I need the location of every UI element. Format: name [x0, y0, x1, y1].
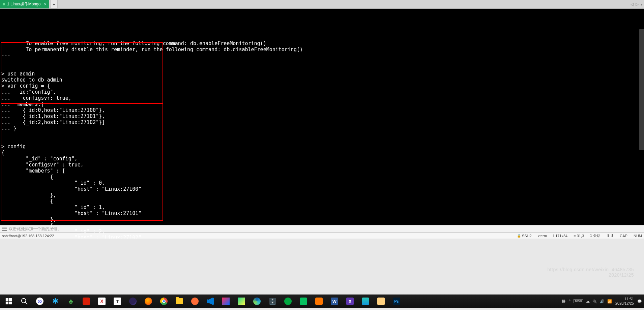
tray-chevron-up-icon[interactable]: ˄	[569, 299, 571, 304]
taskbar-app-wps-x[interactable]: X	[343, 295, 357, 307]
terminal-line: "_id" : 0,	[0, 180, 644, 186]
svg-rect-3	[9, 302, 12, 304]
desktop-gap: https://blog.csdn.net/weixin_46485735 20…	[0, 239, 644, 294]
taskbar-app-wps-w[interactable]: W	[327, 295, 342, 307]
terminal-line: "configsvr" : true,	[0, 162, 644, 168]
taskbar-app-postman[interactable]	[187, 295, 202, 307]
svg-rect-0	[6, 298, 8, 301]
terminal-line: ... {_id:2,host:"Linux:27102"}]	[0, 119, 644, 125]
tray-cloud-icon[interactable]: ☁	[586, 299, 590, 304]
terminal-line: To permanently disable this reminder, ru…	[0, 46, 644, 53]
terminal-line: ---	[0, 53, 644, 59]
terminal-line: > config	[0, 144, 644, 150]
windows-taskbar: ∞ ✱ ♣ X T 🗄️ W X Ps 拼 ˄ 100% ☁ 🔌 🔊 📶 11:…	[0, 294, 644, 308]
taskbar-app-chrome[interactable]	[156, 295, 171, 307]
taskbar-app-xshell[interactable]: X	[94, 295, 109, 307]
terminal-line: switched to db admin	[0, 77, 644, 83]
session-tab-bar: 1 Linux操作Mongo × + ◁ ▷ ▾	[0, 0, 644, 9]
tray-date: 2020/12/25	[615, 301, 634, 306]
tray-time: 11:51	[615, 297, 634, 301]
taskbar-app-firefox[interactable]	[141, 295, 156, 307]
terminal-line: > use admin	[0, 71, 644, 77]
taskbar-app-baidu[interactable]: ∞	[32, 295, 47, 307]
tab-title: 1 Linux操作Mongo	[7, 1, 40, 7]
taskbar-app-pycharm[interactable]	[234, 295, 249, 307]
taskbar-app-cloud[interactable]	[358, 295, 373, 307]
tray-icons[interactable]: ˄ 100% ☁ 🔌 🔊 📶	[569, 299, 612, 304]
taskbar-app-folder[interactable]	[172, 295, 187, 307]
tray-ime[interactable]: 拼	[562, 299, 565, 304]
taskbar-app-avatar[interactable]	[374, 295, 388, 307]
tab-nav-right-icon[interactable]: ▷	[636, 2, 639, 7]
add-tab-button[interactable]: +	[50, 0, 58, 8]
terminal-line: ... _id:"config",	[0, 89, 644, 95]
taskbar-app-intellij[interactable]	[218, 295, 233, 307]
taskbar-app-db[interactable]: 🗄️	[265, 295, 280, 307]
tab-nav-left-icon[interactable]: ◁	[631, 2, 634, 7]
terminal-viewport[interactable]: To enable free monitoring, run the follo…	[0, 9, 644, 225]
taskbar-app-edge[interactable]	[250, 295, 264, 307]
tray-clock[interactable]: 11:51 2020/12/25	[615, 297, 634, 306]
terminal-line: ... members:[	[0, 101, 644, 107]
tray-wifi-icon[interactable]: 📶	[607, 299, 612, 304]
tray-power-icon[interactable]: 🔌	[592, 299, 597, 304]
terminal-line: ... {_id:1,host:"Linux:27101"},	[0, 113, 644, 119]
taskbar-app-green[interactable]	[281, 295, 295, 307]
terminal-scrollbar[interactable]	[639, 9, 644, 225]
svg-rect-1	[9, 298, 12, 301]
tray-notifications-icon[interactable]: 💬	[637, 299, 642, 304]
terminal-line: {	[0, 174, 644, 180]
terminal-line: "_id" : 1,	[0, 204, 644, 210]
terminal-line: "host" : "Linux:27100"	[0, 186, 644, 192]
taskbar-app-typora[interactable]: T	[110, 295, 125, 307]
taskbar-app-eclipse[interactable]	[125, 295, 140, 307]
terminal-line: },	[0, 216, 644, 222]
tray-volume-icon[interactable]: 🔊	[600, 299, 605, 304]
system-tray: 拼 ˄ 100% ☁ 🔌 🔊 📶 11:51 2020/12/25 💬	[562, 294, 642, 308]
terminal-line: "members" : [	[0, 168, 644, 174]
taskbar-app-star[interactable]: ✱	[48, 295, 63, 307]
taskbar-app-ps[interactable]: Ps	[389, 295, 404, 307]
close-tab-button[interactable]: ×	[44, 2, 46, 7]
status-dot-icon	[3, 3, 5, 5]
terminal-line: ... }	[0, 125, 644, 131]
terminal-line: "host" : "Linux:27101"	[0, 210, 644, 216]
svg-line-5	[25, 302, 27, 304]
svg-rect-2	[6, 302, 8, 304]
taskbar-app-orange[interactable]	[312, 295, 326, 307]
taskbar-app-leaf[interactable]: ♣	[63, 295, 78, 307]
taskbar-app-vscode[interactable]	[203, 295, 218, 307]
tabbar-nav: ◁ ▷ ▾	[631, 0, 644, 8]
terminal-line: {	[0, 198, 644, 204]
terminal-line: "_id" : 2,	[0, 228, 644, 235]
tab-nav-menu-icon[interactable]: ▾	[641, 2, 643, 7]
start-button[interactable]	[1, 295, 16, 307]
search-button[interactable]	[17, 295, 32, 307]
scrollbar-thumb[interactable]	[639, 29, 644, 150]
terminal-line: > var config = {	[0, 83, 644, 89]
terminal-line: ... configsvr: true,	[0, 95, 644, 101]
taskbar-app-netease[interactable]	[79, 295, 94, 307]
terminal-line: {	[0, 222, 644, 228]
svg-point-4	[22, 299, 26, 303]
session-tab-active[interactable]: 1 Linux操作Mongo ×	[0, 0, 49, 8]
terminal-line: },	[0, 192, 644, 198]
taskbar-app-wechat[interactable]	[296, 295, 311, 307]
terminal-line: ... {_id:0,host:"Linux:27100"},	[0, 107, 644, 113]
terminal-line: {	[0, 150, 644, 156]
tray-100-icon[interactable]: 100%	[574, 299, 583, 303]
watermark-text: https://blog.csdn.net/weixin_46485735 20…	[547, 267, 634, 278]
terminal-line: To enable free monitoring, run the follo…	[0, 40, 644, 46]
terminal-line: "_id" : "config",	[0, 156, 644, 162]
